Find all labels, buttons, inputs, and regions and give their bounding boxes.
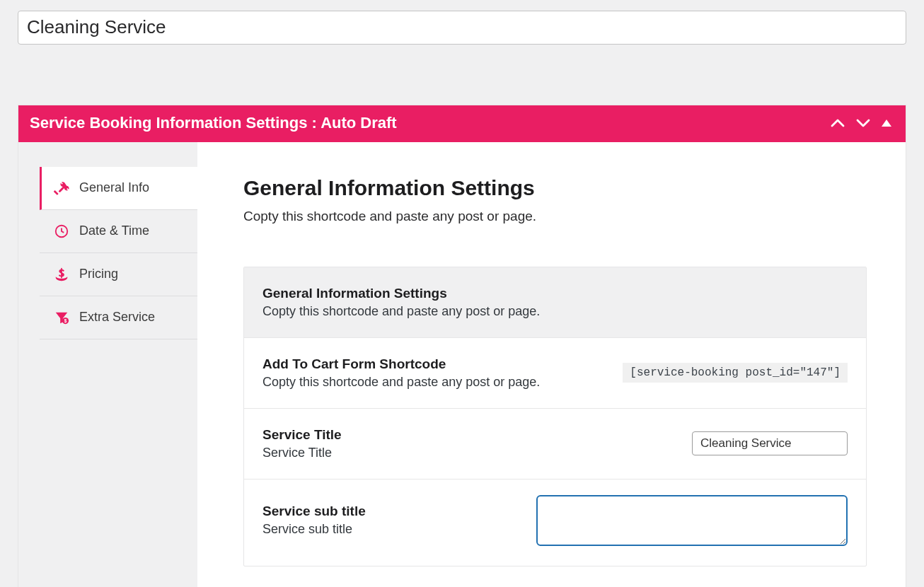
content-heading: General Information Settings: [243, 176, 867, 200]
chevron-down-icon[interactable]: [856, 118, 870, 128]
panel-body: General Info Date & Time Pricing: [18, 142, 906, 587]
group-header-desc: Copty this shortcode and paste any post …: [262, 304, 848, 319]
post-title-input[interactable]: [18, 11, 906, 45]
row-left: Service sub title Service sub title: [262, 504, 515, 537]
tools-icon: [54, 180, 69, 196]
row-left: Service Title Service Title: [262, 427, 671, 460]
sidebar-item-pricing[interactable]: Pricing: [40, 253, 197, 296]
settings-panel: Service Booking Information Settings : A…: [18, 105, 906, 587]
service-title-row: Service Title Service Title: [244, 409, 866, 480]
sidebar-item-general-info[interactable]: General Info: [40, 167, 197, 210]
svg-text:$: $: [64, 318, 67, 324]
sidebar-item-label: Date & Time: [79, 223, 149, 238]
pricing-icon: [54, 267, 69, 282]
filter-dollar-icon: $: [54, 310, 69, 325]
service-title-input[interactable]: [692, 431, 848, 455]
shortcode-row: Add To Cart Form Shortcode Copty this sh…: [244, 338, 866, 409]
sidebar-item-date-time[interactable]: Date & Time: [40, 210, 197, 253]
group-header-row: General Information Settings Copty this …: [244, 267, 866, 338]
settings-sidebar: General Info Date & Time Pricing: [18, 142, 197, 587]
collapse-icon[interactable]: [882, 120, 891, 127]
sidebar-item-label: Extra Service: [79, 310, 155, 325]
sidebar-item-label: General Info: [79, 180, 149, 195]
clock-icon: [54, 223, 69, 239]
chevron-up-icon[interactable]: [831, 118, 845, 128]
service-subtitle-row-title: Service sub title: [262, 504, 515, 519]
shortcode-code[interactable]: [service-booking post_id="147"]: [623, 363, 848, 383]
panel-header-actions: [831, 118, 891, 128]
settings-content: General Information Settings Copty this …: [197, 142, 906, 587]
shortcode-row-desc: Copty this shortcode and paste any post …: [262, 375, 601, 390]
settings-group: General Information Settings Copty this …: [243, 267, 867, 566]
service-title-row-title: Service Title: [262, 427, 671, 443]
sidebar-item-label: Pricing: [79, 267, 118, 281]
page-container: Service Booking Information Settings : A…: [0, 0, 924, 587]
svg-rect-0: [54, 190, 59, 195]
panel-title: Service Booking Information Settings : A…: [30, 114, 397, 132]
shortcode-row-title: Add To Cart Form Shortcode: [262, 356, 601, 372]
service-title-row-desc: Service Title: [262, 446, 671, 460]
sidebar-item-extra-service[interactable]: $ Extra Service: [40, 296, 197, 339]
content-description: Copty this shortcode and paste any post …: [243, 209, 867, 224]
service-subtitle-row: Service sub title Service sub title: [244, 480, 866, 566]
service-subtitle-textarea[interactable]: [536, 495, 848, 546]
panel-header: Service Booking Information Settings : A…: [18, 105, 906, 142]
sidebar-list: General Info Date & Time Pricing: [40, 167, 197, 339]
group-header-title: General Information Settings: [262, 286, 848, 301]
row-left: Add To Cart Form Shortcode Copty this sh…: [262, 356, 601, 390]
service-subtitle-row-desc: Service sub title: [262, 522, 515, 537]
